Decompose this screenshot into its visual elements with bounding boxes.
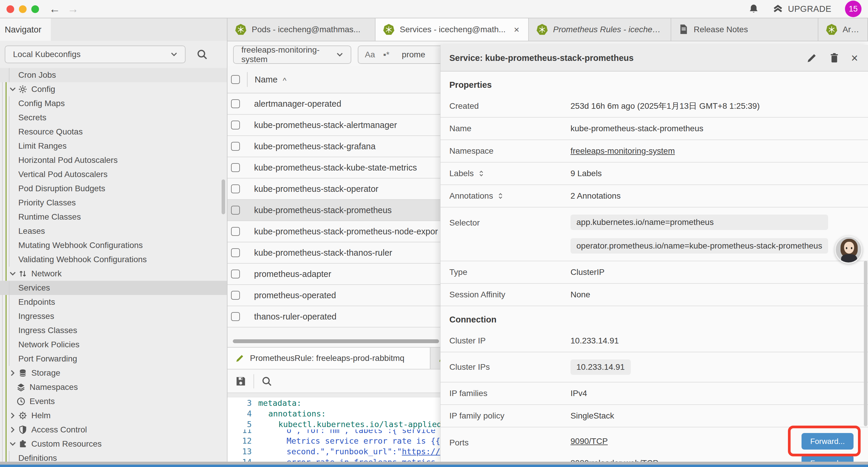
chevron-down-icon[interactable] — [8, 439, 17, 448]
detail-scrollbar-thumb[interactable] — [864, 261, 867, 426]
zoom-window-button[interactable] — [31, 5, 39, 13]
sidebar-item-horizontal-pod-autoscalers[interactable]: Horizontal Pod Autoscalers — [0, 153, 227, 167]
tree-indent-guide — [9, 323, 9, 338]
close-icon[interactable]: × — [851, 52, 858, 63]
chevron-down-icon[interactable] — [8, 85, 17, 94]
row-checkbox[interactable] — [231, 291, 240, 300]
notification-count-badge[interactable]: 15 — [845, 1, 862, 17]
editor-tab-prometheusrule[interactable]: PrometheusRule: freeleaps-prod-rabbitmq — [227, 348, 430, 369]
save-icon[interactable] — [235, 376, 246, 387]
row-checkbox[interactable] — [231, 206, 240, 214]
sidebar-item-pod-disruption-budgets[interactable]: Pod Disruption Budgets — [0, 181, 227, 196]
namespace-filter-select[interactable]: freeleaps-monitoring-system — [233, 46, 351, 64]
tree-indent-guide — [9, 309, 9, 323]
edit-pencil-icon[interactable] — [806, 52, 817, 63]
tab-label: Release Notes — [694, 25, 748, 34]
upgrade-button[interactable]: UPGRADE — [773, 4, 831, 14]
sidebar-item-events[interactable]: Events — [0, 394, 227, 408]
port-link[interactable]: 8080:reloader-web/TCP — [570, 459, 658, 462]
line-number: 12 — [227, 436, 252, 445]
row-checkbox[interactable] — [231, 184, 240, 193]
back-button[interactable]: ← — [49, 2, 60, 16]
row-checkbox[interactable] — [231, 227, 240, 236]
sorter-icon[interactable] — [497, 192, 504, 200]
tree-indent-guide — [9, 338, 9, 352]
service-name: kube-prometheus-stack-kube-state-metrics — [254, 163, 417, 173]
sidebar-item-label: Helm — [31, 411, 51, 420]
chevron-right-icon[interactable] — [8, 425, 17, 434]
row-checkbox[interactable] — [231, 163, 240, 172]
user-avatar[interactable] — [835, 236, 862, 264]
chevron-right-icon[interactable] — [8, 411, 17, 420]
sidebar-item-network-policies[interactable]: Network Policies — [0, 338, 227, 352]
sidebar-item-cron-jobs[interactable]: Cron Jobs — [0, 68, 227, 82]
navigator-tab[interactable]: Navigator — [0, 18, 51, 41]
row-checkbox[interactable] — [231, 99, 240, 108]
tab-pods-icecheng-mathmas[interactable]: Pods - icecheng@mathmas... — [227, 18, 375, 41]
forward-button[interactable]: → — [67, 2, 79, 16]
bottom-scrollbar-track[interactable] — [0, 462, 868, 465]
document-tabstrip: Pods - icecheng@mathmas...Services - ice… — [227, 18, 868, 41]
close-window-button[interactable] — [6, 5, 14, 13]
editor-search-icon[interactable] — [261, 376, 272, 387]
sidebar-item-secrets[interactable]: Secrets — [0, 111, 227, 125]
column-header-name[interactable]: Name ^ — [247, 72, 286, 87]
sidebar-item-leases[interactable]: Leases — [0, 224, 227, 238]
sorter-icon[interactable] — [477, 170, 485, 177]
row-checkbox[interactable] — [231, 312, 240, 321]
match-case-toggle[interactable]: Aa — [365, 50, 375, 59]
sidebar-item-storage[interactable]: Storage — [0, 366, 227, 380]
tree-indent-guide — [9, 111, 9, 125]
kubeconfig-selector[interactable]: Local Kubeconfigs — [5, 46, 186, 63]
tab-release-notes[interactable]: Release Notes — [671, 18, 818, 41]
tab-argo-se[interactable]: Argo Se — [818, 18, 868, 41]
row-checkbox[interactable] — [231, 269, 240, 279]
sidebar-item-endpoints[interactable]: Endpoints — [0, 295, 227, 309]
row-checkbox[interactable] — [231, 248, 240, 257]
row-checkbox[interactable] — [231, 142, 240, 151]
tab-prometheus-rules-icecheng[interactable]: Prometheus Rules - icecheng... — [529, 18, 671, 41]
sidebar-item-port-forwarding[interactable]: Port Forwarding — [0, 352, 227, 366]
property-row-type: TypeClusterIP — [440, 261, 868, 284]
sidebar-item-limit-ranges[interactable]: Limit Ranges — [0, 139, 227, 153]
sidebar-item-config-maps[interactable]: Config Maps — [0, 96, 227, 111]
sidebar-item-mutating-webhook-configurations[interactable]: Mutating Webhook Configurations — [0, 238, 227, 253]
chevron-down-icon[interactable] — [8, 269, 17, 278]
sidebar-item-helm[interactable]: Helm — [0, 408, 227, 423]
sidebar-item-resource-quotas[interactable]: Resource Quotas — [0, 125, 227, 139]
sidebar-item-access-control[interactable]: Access Control — [0, 423, 227, 437]
sidebar-item-services[interactable]: Services — [0, 281, 227, 295]
sidebar-item-label: Horizontal Pod Autoscalers — [18, 155, 118, 165]
sidebar-item-ingress-classes[interactable]: Ingress Classes — [0, 323, 227, 338]
regex-toggle[interactable]: ▪* — [383, 50, 390, 59]
sidebar-item-config[interactable]: Config — [0, 82, 227, 96]
sidebar-item-custom-resources[interactable]: Custom Resources — [0, 437, 227, 451]
notifications-bell-icon[interactable] — [748, 4, 759, 14]
sidebar-item-vertical-pod-autoscalers[interactable]: Vertical Pod Autoscalers — [0, 167, 227, 181]
delete-trash-icon[interactable] — [829, 52, 840, 63]
sidebar-item-label: Services — [18, 283, 50, 293]
tab-services-icecheng-math[interactable]: Services - icecheng@math...× — [375, 18, 529, 41]
chevron-right-icon[interactable] — [8, 369, 17, 377]
sidebar-item-runtime-classes[interactable]: Runtime Classes — [0, 210, 227, 224]
forward-button[interactable]: Forward... — [802, 455, 854, 462]
namespace-link[interactable]: freeleaps-monitoring-system — [570, 146, 675, 156]
sidebar-item-ingresses[interactable]: Ingresses — [0, 309, 227, 323]
horizontal-scrollbar-thumb[interactable] — [233, 339, 439, 343]
row-checkbox[interactable] — [231, 121, 240, 129]
close-tab-icon[interactable]: × — [514, 24, 519, 35]
code-token: o", for: hm", labels :{ service : — [286, 430, 445, 435]
sidebar-item-priority-classes[interactable]: Priority Classes — [0, 196, 227, 210]
port-link[interactable]: 9090/TCP — [570, 437, 608, 446]
sidebar-item-namespaces[interactable]: Namespaces — [0, 380, 227, 394]
sidebar-scrollbar-thumb[interactable] — [222, 179, 225, 214]
sidebar-search-icon[interactable] — [196, 49, 208, 60]
sidebar-item-label: Custom Resources — [31, 439, 102, 449]
minimize-window-button[interactable] — [19, 5, 27, 13]
property-value: IPv4 — [570, 389, 587, 398]
sidebar-item-validating-webhook-configurations[interactable]: Validating Webhook Configurations — [0, 253, 227, 267]
select-all-checkbox[interactable] — [231, 75, 240, 84]
property-label: IP family policy — [440, 411, 570, 420]
sidebar-item-network[interactable]: Network — [0, 267, 227, 281]
forward-button[interactable]: Forward... — [802, 433, 854, 449]
